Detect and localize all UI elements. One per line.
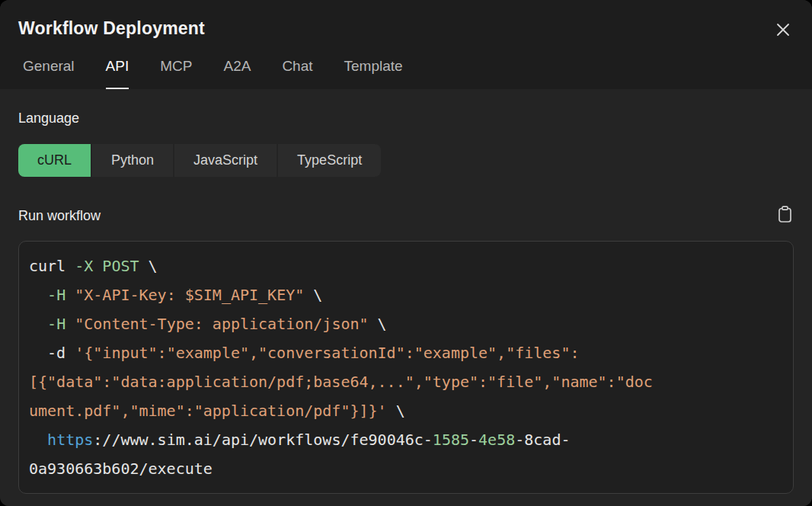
- copy-button[interactable]: [775, 207, 794, 225]
- code-line: https://www.sim.ai/api/workflows/fe90046…: [29, 425, 783, 454]
- language-selector: cURL Python JavaScript TypeScript: [18, 144, 794, 177]
- code-line: -H "X-API-Key: $SIM_API_KEY" \: [29, 280, 783, 309]
- close-icon: [775, 21, 791, 40]
- language-option-javascript[interactable]: JavaScript: [174, 144, 277, 177]
- code-line: curl -X POST \: [29, 251, 783, 280]
- tab-a2a[interactable]: A2A: [223, 58, 251, 89]
- tab-general[interactable]: General: [23, 58, 75, 89]
- run-workflow-label: Run workflow: [18, 208, 101, 224]
- code-block[interactable]: curl -X POST \ -H "X-API-Key: $SIM_API_K…: [18, 241, 794, 494]
- language-option-python[interactable]: Python: [92, 144, 173, 177]
- dialog-header: Workflow Deployment General API MCP A2A …: [0, 0, 812, 89]
- language-label: Language: [18, 110, 794, 126]
- clipboard-icon: [777, 206, 793, 226]
- tab-api[interactable]: API: [106, 58, 129, 89]
- tab-template[interactable]: Template: [344, 58, 403, 89]
- code-line: [{"data":"data:application/pdf;base64,..…: [29, 367, 783, 396]
- tab-mcp[interactable]: MCP: [160, 58, 192, 89]
- workflow-deployment-dialog: Workflow Deployment General API MCP A2A …: [0, 0, 812, 506]
- code-line: ument.pdf","mime":"application/pdf"}]}' …: [29, 396, 783, 425]
- tab-chat[interactable]: Chat: [282, 58, 312, 89]
- dialog-title: Workflow Deployment: [18, 17, 794, 40]
- tab-bar: General API MCP A2A Chat Template: [18, 58, 794, 89]
- language-option-typescript[interactable]: TypeScript: [278, 144, 381, 177]
- code-line: -d '{"input":"example","conversationId":…: [29, 338, 783, 367]
- code-block-pre: curl -X POST \ -H "X-API-Key: $SIM_API_K…: [29, 251, 783, 483]
- code-line: 0a930663b602/execute: [29, 454, 783, 483]
- run-workflow-row: Run workflow: [18, 207, 794, 225]
- dialog-content: Language cURL Python JavaScript TypeScri…: [0, 89, 812, 506]
- close-button[interactable]: [773, 21, 793, 40]
- code-line: -H "Content-Type: application/json" \: [29, 309, 783, 338]
- language-option-curl[interactable]: cURL: [18, 144, 91, 177]
